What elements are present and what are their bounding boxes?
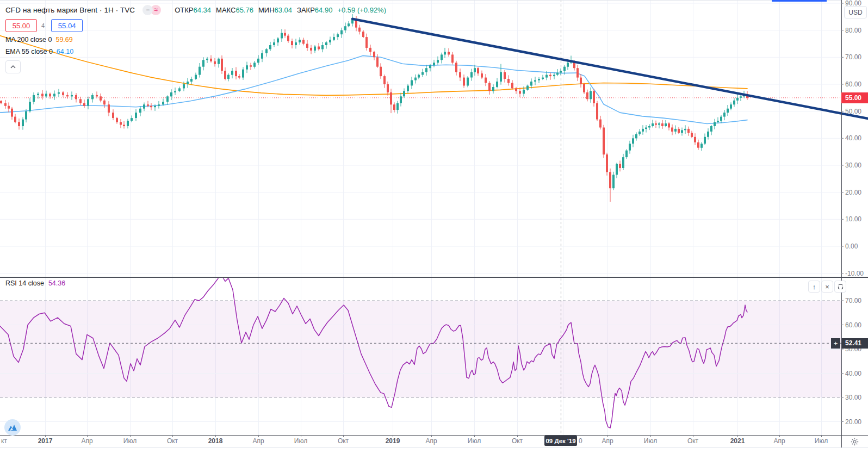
time-axis-label: Окт xyxy=(167,437,178,445)
price-axis-label: 60.00 xyxy=(845,80,861,88)
ohlc-values: ОТКР64.34МАКС65.76МИН63.04ЗАКР64.90+0.59… xyxy=(170,6,386,14)
price-axis-label: -10.00 xyxy=(845,270,864,277)
loading-progress-bar xyxy=(772,0,827,2)
time-axis-label: Апр xyxy=(773,437,785,445)
ohlc-value: 64.90 xyxy=(315,6,333,14)
price-axis-label: 30.00 xyxy=(845,161,861,169)
spread-value: 4 xyxy=(41,22,45,29)
maximize-pane-button[interactable] xyxy=(834,281,846,293)
rsi-value: 54.36 xyxy=(48,279,65,287)
mountain-chart-icon xyxy=(8,424,17,431)
time-axis-label: Июл xyxy=(123,437,137,445)
rsi-axis-label: 60.00 xyxy=(845,321,861,329)
rsi-axis-label: 20.00 xyxy=(845,418,861,426)
ohlc-label: ОТКР xyxy=(175,6,193,14)
rsi-crosshair-axis-label: 52.41 xyxy=(841,338,868,349)
time-axis-label: Июл xyxy=(815,437,828,445)
close-pane-button[interactable]: × xyxy=(821,281,833,293)
time-axis-label: Окт xyxy=(512,437,523,445)
chart-legend: CFD на нефть марки Brent · 1Н · TVC − ≈ … xyxy=(5,4,386,73)
time-axis-label: кт xyxy=(1,437,7,445)
price-axis-label: 50.00 xyxy=(845,108,861,115)
gear-icon xyxy=(851,438,859,446)
ohlc-label: МАКС xyxy=(216,6,235,14)
ohlc-value: 63.04 xyxy=(275,6,293,14)
price-axis-label: 40.00 xyxy=(845,134,861,142)
time-axis-label: Окт xyxy=(687,437,698,445)
currency-button[interactable]: USD xyxy=(844,6,867,18)
ask-price-box[interactable]: 55.04 xyxy=(51,19,83,32)
ohlc-label: ЗАКР xyxy=(297,6,315,14)
time-axis-label: 2019 xyxy=(386,437,400,445)
price-axis-label: 80.00 xyxy=(845,27,861,34)
ema-value: 64.10 xyxy=(57,48,73,55)
rsi-axis-label: 30.00 xyxy=(845,394,861,401)
time-axis-label: Апр xyxy=(602,437,613,445)
ohlc-value: 64.34 xyxy=(194,6,212,14)
time-axis-settings-button[interactable] xyxy=(849,436,860,447)
price-axis-label: 10.00 xyxy=(845,215,861,223)
ema-label: EMA 55 close 0 xyxy=(5,48,53,55)
time-axis-label: 0 xyxy=(579,437,582,445)
ma-indicator-row[interactable]: MA 200 close 0 59.69 xyxy=(5,35,386,44)
rsi-pane-controls: ↑ × xyxy=(807,281,846,293)
price-axis-label: 0.00 xyxy=(845,243,858,250)
ma-value: 59.69 xyxy=(55,36,72,43)
crosshair-plus-icon[interactable]: + xyxy=(831,338,840,349)
time-axis-label: Апр xyxy=(425,437,437,445)
time-axis-label: Апр xyxy=(252,437,264,445)
price-axis-label: 20.00 xyxy=(845,189,861,196)
ohlc-value: 65.76 xyxy=(235,6,253,14)
time-axis-label: 2018 xyxy=(208,437,223,445)
exchange-logo-icon: − xyxy=(142,5,153,15)
top-border xyxy=(0,0,841,1)
trendline[interactable] xyxy=(352,19,868,119)
time-axis-label: Апр xyxy=(81,437,92,445)
time-axis-label: 2021 xyxy=(730,437,745,445)
symbol-title[interactable]: CFD на нефть марки Brent · 1Н · TVC xyxy=(5,6,135,14)
time-axis-label: Июл xyxy=(644,437,657,445)
chevron-up-icon xyxy=(10,65,16,69)
maximize-icon xyxy=(838,284,844,290)
time-axis-label: 2017 xyxy=(38,437,53,445)
rsi-axis-label: 70.00 xyxy=(845,297,861,304)
ohlc-label: МИН xyxy=(258,6,275,14)
tradingview-chart-window: CFD на нефть марки Brent · 1Н · TVC − ≈ … xyxy=(0,0,868,460)
crosshair-date-tooltip: 09 Дек '19 xyxy=(544,436,577,446)
ma-label: MA 200 close 0 xyxy=(5,36,52,43)
bid-price-box[interactable]: 55.00 xyxy=(5,19,37,32)
time-axis-label: Июл xyxy=(468,437,481,445)
time-axis-label: Окт xyxy=(338,437,349,445)
last-price-axis-label: 55.00 xyxy=(841,92,868,103)
rsi-label: RSI 14 close xyxy=(5,279,44,287)
rsi-legend-row[interactable]: RSI 14 close 54.36 xyxy=(5,279,65,287)
price-axis-label: 70.00 xyxy=(845,53,861,61)
time-axis-label: Июл xyxy=(294,437,307,445)
change-value: +0.59 (+0.92%) xyxy=(337,6,386,14)
pane-separator[interactable] xyxy=(0,276,868,279)
bottom-border xyxy=(0,447,868,448)
symbol-logos: − ≈ xyxy=(142,5,161,15)
ema-indicator-row[interactable]: EMA 55 close 0 64.10 xyxy=(5,47,386,56)
collapse-legend-button[interactable] xyxy=(5,60,21,73)
move-pane-up-button[interactable]: ↑ xyxy=(808,281,820,293)
chart-logo-icon[interactable] xyxy=(4,419,21,436)
rsi-axis-label: 40.00 xyxy=(845,370,861,377)
